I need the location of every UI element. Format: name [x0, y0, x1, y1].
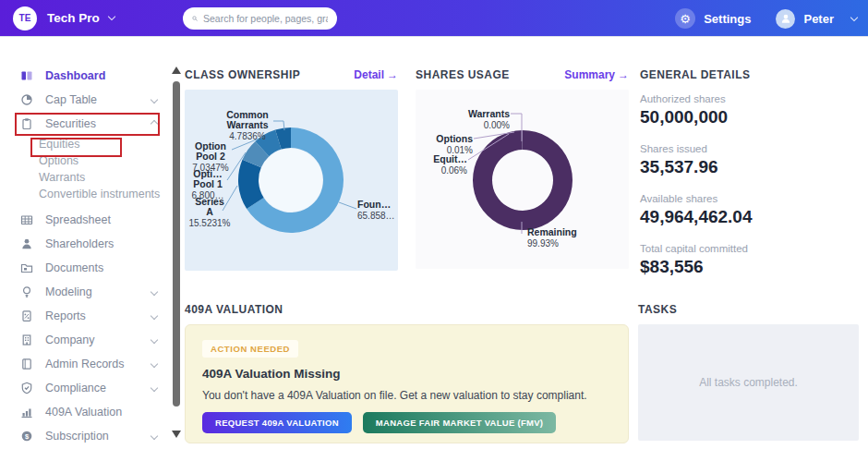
sidebar-item-label: Modeling — [45, 285, 92, 298]
sidebar-item-documents[interactable]: Documents — [0, 256, 169, 280]
general-details-panel: GENERAL DETAILS Authorized shares 50,000… — [640, 67, 859, 293]
app-screen: TE Tech Pro ⚙ Settings Peter — [0, 0, 868, 449]
stat-label: Available shares — [640, 193, 859, 204]
tasks-card: All tasks completed. — [638, 324, 859, 441]
segment-label-series-a: Series A 15.5231% — [185, 197, 235, 228]
general-details-heading: GENERAL DETAILS — [640, 68, 750, 81]
clipboard-icon — [20, 117, 33, 130]
detail-link[interactable]: Detail → — [354, 68, 398, 81]
folder-icon — [20, 261, 33, 274]
sidebar-item-label: Company — [45, 334, 95, 346]
stat-label: Shares issued — [640, 143, 859, 154]
request-409a-valuation-button[interactable]: REQUEST 409A VALUATION — [202, 412, 352, 433]
settings-button[interactable]: Settings — [704, 12, 751, 26]
segment-label-options: Options 0.01% — [416, 134, 473, 155]
sidebar-item-label: Admin Records — [45, 358, 124, 370]
sidebar-item-label: Documents — [45, 261, 103, 274]
valuation-409a-card: ACTION NEEDED 409A Valuation Missing You… — [185, 324, 629, 443]
chevron-down-icon[interactable] — [151, 432, 158, 440]
sidebar-item-securities[interactable]: Securities — [0, 112, 169, 136]
avatar[interactable] — [776, 9, 795, 29]
sidebar-item-spreadsheet[interactable]: Spreadsheet — [0, 208, 169, 232]
chevron-down-icon[interactable] — [151, 312, 158, 320]
search-icon — [192, 13, 198, 24]
lightbulb-icon — [20, 285, 33, 298]
sidebar-item-label: Warrants — [39, 171, 85, 184]
sidebar-item-label: Securities — [45, 117, 96, 130]
sidebar-item-shareholders[interactable]: Shareholders — [0, 232, 169, 256]
stat-shares-issued: Shares issued 35,537.96 — [640, 143, 859, 177]
sidebar-item-label: Options — [39, 154, 78, 167]
sidebar-item-label: Reports — [45, 309, 86, 322]
stat-total-capital-committed: Total capital committed $83,556 — [640, 243, 859, 277]
scroll-down-arrow-icon[interactable] — [172, 431, 181, 438]
sidebar-item-modeling[interactable]: Modeling — [0, 280, 169, 304]
building-icon — [20, 334, 33, 346]
bar-chart-icon — [20, 406, 33, 419]
sidebar-item-options[interactable]: Options — [0, 152, 169, 169]
scrollbar-thumb[interactable] — [173, 81, 180, 407]
segment-label-warrants: Warrants 0.00% — [441, 109, 510, 130]
chevron-down-icon[interactable] — [151, 336, 158, 344]
summary-link[interactable]: Summary → — [564, 68, 629, 81]
sidebar-item-cap-table[interactable]: Cap Table — [0, 88, 169, 112]
sidebar-item-warrants[interactable]: Warrants — [0, 169, 169, 186]
chevron-down-icon[interactable] — [108, 13, 115, 20]
main-content: CLASS OWNERSHIP Detail → — [184, 37, 868, 449]
navbar-right: ⚙ Settings Peter — [675, 0, 857, 37]
class-ownership-chart: Common Warrants 4.7836% Option Pool 2 7.… — [185, 90, 398, 271]
shares-usage-heading: SHARES USAGE — [416, 68, 510, 81]
chevron-down-icon[interactable] — [151, 288, 158, 296]
company-switcher[interactable]: Tech Pro — [47, 11, 100, 25]
spreadsheet-icon — [20, 213, 33, 226]
sidebar-item-convertible-instruments[interactable]: Convertible instruments — [0, 186, 169, 202]
tasks-panel: TASKS All tasks completed. — [638, 302, 859, 441]
manage-fmv-button[interactable]: MANAGE FAIR MARKET VALUE (FMV) — [363, 412, 556, 433]
scroll-up-arrow-icon[interactable] — [172, 67, 181, 74]
segment-label-equity: Equit… 0.06% — [416, 154, 467, 176]
chevron-down-icon[interactable] — [151, 384, 158, 392]
sidebar-item-admin-records[interactable]: Admin Records — [0, 352, 169, 376]
global-search[interactable] — [183, 7, 337, 30]
chevron-down-icon[interactable] — [151, 360, 158, 368]
user-menu[interactable]: Peter — [803, 12, 834, 26]
pie-chart-icon — [20, 93, 33, 106]
securities-submenu: Equities Options Warrants Convertible in… — [0, 136, 169, 202]
chevron-down-icon[interactable] — [151, 96, 158, 103]
sidebar-item-subscription[interactable]: $ Subscription — [0, 424, 169, 448]
tasks-heading: TASKS — [638, 303, 677, 316]
chevron-down-icon[interactable] — [850, 13, 858, 20]
stat-value: 49,964,462.04 — [640, 207, 859, 227]
sidebar-item-company[interactable]: Company — [0, 328, 169, 352]
content-scrollbar — [169, 37, 184, 449]
summary-link-label: Summary — [564, 68, 615, 81]
sidebar-item-409a-valuation[interactable]: 409A Valuation — [0, 400, 169, 424]
shares-usage-chart: Warrants 0.00% Options 0.01% Equit… 0.06… — [416, 90, 629, 269]
sidebar-item-label: Compliance — [45, 382, 106, 394]
segment-label-remaining: Remaining 99.93% — [527, 227, 601, 249]
company-logo[interactable]: TE — [13, 6, 37, 30]
sidebar-item-dashboard[interactable]: Dashboard — [0, 64, 169, 88]
gear-icon[interactable]: ⚙ — [675, 8, 695, 29]
valuation-409a-panel: 409A VALUATION ACTION NEEDED 409A Valuat… — [185, 302, 629, 443]
person-icon — [20, 237, 33, 250]
chevron-up-icon[interactable] — [151, 120, 158, 127]
sidebar-item-label: Equities — [39, 138, 79, 151]
tasks-empty-text: All tasks completed. — [699, 376, 798, 389]
sidebar-item-reports[interactable]: Reports — [0, 304, 169, 328]
report-icon — [20, 309, 33, 322]
sidebar: Dashboard Cap Table Securities — [0, 37, 169, 449]
arrow-right-icon: → — [387, 68, 398, 81]
sidebar-item-label: Convertible instruments — [39, 188, 160, 200]
stat-label: Authorized shares — [640, 93, 859, 104]
stat-value: 35,537.96 — [640, 157, 859, 177]
sidebar-item-label: Cap Table — [45, 93, 97, 106]
stat-authorized-shares: Authorized shares 50,000,000 — [640, 93, 859, 127]
valuation-missing-title: 409A Valuation Missing — [202, 367, 611, 381]
sidebar-item-label: Shareholders — [45, 237, 114, 250]
sidebar-item-label: Subscription — [45, 430, 109, 443]
sidebar-item-equities[interactable]: Equities — [0, 136, 169, 152]
class-ownership-heading: CLASS OWNERSHIP — [185, 68, 300, 81]
search-input[interactable] — [203, 13, 328, 24]
sidebar-item-compliance[interactable]: Compliance — [0, 376, 169, 400]
